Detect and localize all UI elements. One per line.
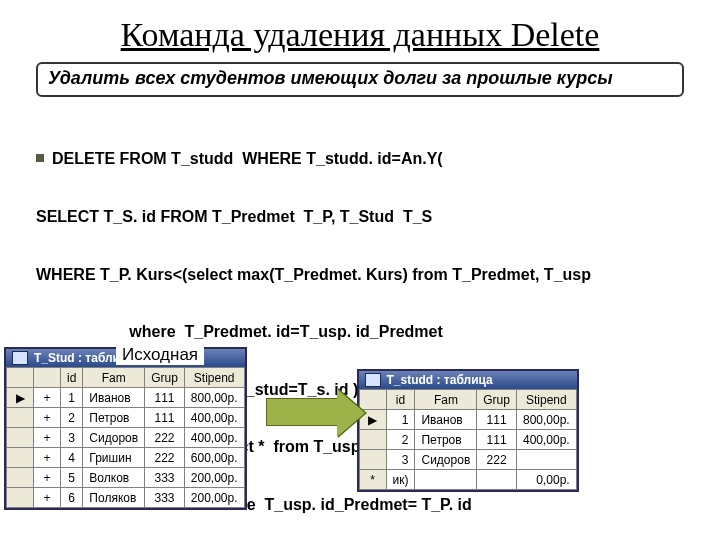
table-header-row: id Fam Grup Stipend: [7, 368, 245, 388]
table-row: 3Сидоров222: [359, 450, 576, 470]
col-sel: [7, 368, 34, 388]
table-row: +4Гришин222600,00р.: [7, 448, 245, 468]
sql-text: DELETE FROM T_studd WHERE T_studd. id=An…: [52, 150, 443, 167]
result-titlebar: T_studd : таблица: [359, 371, 577, 389]
source-grid: id Fam Grup Stipend ▶+1Иванов111800,00р.…: [6, 367, 245, 508]
table-row: +3Сидоров222400,00р.: [7, 428, 245, 448]
source-label: Исходная: [116, 345, 204, 365]
source-table-window: T_Stud : таблица id Fam Grup Stipend ▶+1…: [4, 347, 247, 510]
arrow-container: [247, 347, 357, 477]
table-row: ▶1Иванов111800,00р.: [359, 410, 576, 430]
col-grup: Grup: [145, 368, 185, 388]
table-row: +5Волков333200,00р.: [7, 468, 245, 488]
sql-line-2: SELECT T_S. id FROM T_Predmet T_P, T_Stu…: [36, 207, 690, 226]
result-table-window: T_studd : таблица id Fam Grup Stipend ▶1…: [357, 369, 579, 492]
table-row: *ик)0,00р.: [359, 470, 576, 490]
result-title-text: T_studd : таблица: [387, 373, 493, 387]
col-fam: Fam: [83, 368, 145, 388]
col-expand: [34, 368, 61, 388]
source-table-container: Исходная T_Stud : таблица id Fam Grup St…: [4, 347, 247, 510]
table-icon: [365, 373, 381, 387]
sql-line-4: where T_Predmet. id=T_usp. id_Predmet: [36, 322, 690, 341]
table-row: 2Петров111400,00р.: [359, 430, 576, 450]
arrow-right-icon: [266, 398, 338, 426]
col-id: id: [61, 368, 83, 388]
slide: Команда удаления данных Delete Удалить в…: [0, 0, 720, 540]
col-id: id: [386, 390, 415, 410]
table-row: +6Поляков333200,00р.: [7, 488, 245, 508]
slide-title: Команда удаления данных Delete: [30, 16, 690, 54]
table-row: +2Петров111400,00р.: [7, 408, 245, 428]
table-icon: [12, 351, 28, 365]
result-grid: id Fam Grup Stipend ▶1Иванов111800,00р. …: [359, 389, 577, 490]
col-grup: Grup: [477, 390, 517, 410]
sql-line-3: WHERE T_P. Kurs<(select max(T_Predmet. K…: [36, 265, 690, 284]
col-stipend: Stipend: [516, 390, 576, 410]
table-row: ▶+1Иванов111800,00р.: [7, 388, 245, 408]
table-header-row: id Fam Grup Stipend: [359, 390, 576, 410]
subtitle-box: Удалить всех студентов имеющих долги за …: [36, 62, 684, 97]
col-fam: Fam: [415, 390, 477, 410]
sql-line-1: DELETE FROM T_studd WHERE T_studd. id=An…: [36, 149, 690, 168]
subtitle-text: Удалить всех студентов имеющих долги за …: [48, 68, 613, 88]
col-stipend: Stipend: [184, 368, 244, 388]
bullet-icon: [36, 154, 44, 162]
tables-row: Исходная T_Stud : таблица id Fam Grup St…: [4, 347, 700, 510]
